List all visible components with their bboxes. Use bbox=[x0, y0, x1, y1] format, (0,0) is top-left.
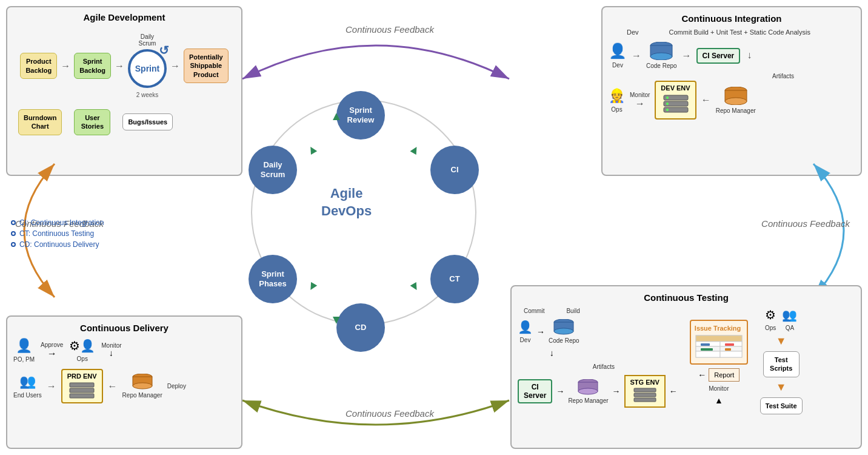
ct-code-repo-icon bbox=[553, 319, 575, 335]
sprint-backlog-box: Sprint Backlog bbox=[74, 53, 111, 79]
svg-point-29 bbox=[554, 328, 573, 334]
stg-env-box: STG ENV bbox=[624, 375, 666, 408]
code-repo-label: Code Repo bbox=[646, 62, 677, 69]
issue-tracking-graphic bbox=[695, 334, 743, 359]
ct-box: Continuous Testing Commit Build 👤 Dev → bbox=[510, 285, 862, 449]
ct-ops-label: Ops bbox=[765, 325, 776, 331]
ct-qa-icon: 👥 bbox=[782, 308, 797, 322]
prd-env-box: PRD ENV bbox=[61, 369, 103, 403]
bugs-issues-box: Bugs/Issues bbox=[122, 113, 173, 130]
svg-point-11 bbox=[725, 98, 747, 105]
arrow-up-ct: ▲ bbox=[715, 396, 723, 405]
ct-ci-server-box: CI Server bbox=[518, 379, 552, 403]
prd-server-icon bbox=[68, 382, 95, 399]
legend-ct: CT: Continuous Testing bbox=[11, 229, 104, 238]
agile-dev-title: Agile Development bbox=[12, 12, 236, 22]
ct-commit-lbl: Commit bbox=[524, 308, 544, 314]
svg-rect-35 bbox=[634, 398, 656, 402]
legend-ct-bullet bbox=[11, 231, 16, 236]
issue-tracking-box: Issue Tracking bbox=[690, 320, 748, 365]
dev-env-box: DEV ENV bbox=[655, 81, 696, 120]
svg-rect-43 bbox=[720, 351, 742, 357]
burndown-chart-box: Burndown Chart bbox=[18, 109, 62, 135]
ops-cd-icon: ⚙👤 bbox=[69, 339, 95, 353]
potentially-shippable-box: Potentially Shippable Product bbox=[184, 49, 229, 83]
feedback-bottom-label: Continuous Feedback bbox=[346, 408, 434, 419]
dev-label: Dev bbox=[612, 62, 623, 69]
test-scripts-box: Test Scripts bbox=[763, 351, 800, 377]
ct-qa-label: QA bbox=[786, 325, 794, 331]
ct-ops-icon: ⚙ bbox=[765, 308, 776, 322]
green-arrow-6: ▲ bbox=[330, 314, 342, 328]
svg-rect-44 bbox=[701, 343, 710, 346]
daily-scrum-label: Daily Scrum bbox=[139, 33, 156, 47]
arrow-eu-prd: → bbox=[47, 381, 56, 392]
legend-ci-bullet bbox=[11, 220, 16, 225]
svg-point-6 bbox=[666, 96, 669, 99]
repo-manager-cd-label: Repo Manager bbox=[122, 392, 162, 399]
arrow-repo-env: ← bbox=[701, 95, 711, 106]
svg-rect-46 bbox=[701, 348, 713, 351]
green-arrow-5: ▲ bbox=[330, 109, 342, 123]
legend-cd-bullet bbox=[11, 242, 16, 247]
arrow-3: → bbox=[169, 61, 181, 72]
po-pm-icon: 👤 bbox=[16, 338, 32, 354]
arrow-monitor-cd: → bbox=[107, 349, 116, 358]
arrow-2: → bbox=[113, 61, 125, 72]
sprint-arrow-icon: ↺ bbox=[159, 43, 169, 58]
report-box: Report bbox=[709, 368, 739, 382]
code-repo-icon bbox=[649, 42, 673, 60]
arrow-down-suite: ▼ bbox=[776, 381, 787, 394]
ops-label: Ops bbox=[611, 106, 622, 113]
feedback-top-label: Continuous Feedback bbox=[346, 24, 434, 35]
ci-box: Continuous Integration Dev Commit Build … bbox=[601, 6, 862, 176]
arrow-dev-repo: → bbox=[632, 50, 641, 61]
svg-rect-47 bbox=[725, 348, 731, 351]
arrow-down-test: ▼ bbox=[776, 335, 787, 348]
svg-point-2 bbox=[650, 53, 672, 60]
arrow-ci-down: → bbox=[744, 51, 755, 61]
ct-title: Continuous Testing bbox=[518, 292, 855, 303]
svg-rect-45 bbox=[725, 343, 734, 346]
svg-point-8 bbox=[666, 109, 669, 111]
feedback-arrow-right-svg bbox=[789, 158, 862, 303]
legend-ci: CI: Continuous Integration bbox=[11, 218, 104, 227]
monitor-ct-label: Monitor bbox=[709, 385, 729, 392]
arrow-report: ← bbox=[698, 370, 706, 380]
repo-manager-cd-icon bbox=[132, 374, 153, 389]
legend-cd-text: CD: Continuous Delivery bbox=[19, 240, 99, 249]
ct-build-lbl: Build bbox=[566, 308, 579, 314]
artifacts-label: Artifacts bbox=[772, 73, 794, 79]
node-sprint-phases: Sprint Phases bbox=[249, 255, 297, 303]
approve-label: Approve bbox=[41, 342, 63, 348]
arrow-stg-left: ← bbox=[669, 386, 678, 396]
monitor-label: Monitor bbox=[630, 92, 650, 98]
node-sprint-review: Sprint Review bbox=[336, 91, 385, 140]
center-area: Agile DevOps Sprint Review CI CT CD Spri… bbox=[236, 73, 491, 364]
repo-manager-label: Repo Manager bbox=[716, 107, 756, 114]
legend-cd: CD: Continuous Delivery bbox=[11, 240, 104, 249]
feedback-right-label: Continuous Feedback bbox=[761, 218, 850, 229]
svg-rect-23 bbox=[70, 394, 94, 398]
legend-ci-text: CI: Continuous Integration bbox=[19, 218, 104, 227]
monitor-cd-label: Monitor bbox=[101, 342, 121, 349]
ct-dev-label: Dev bbox=[520, 337, 531, 343]
po-pm-label: PO, PM bbox=[13, 356, 35, 363]
ct-repo-manager-icon bbox=[577, 379, 599, 395]
ct-dev-icon: 👤 bbox=[518, 320, 533, 334]
svg-point-32 bbox=[578, 388, 598, 394]
arrow-1: → bbox=[59, 61, 72, 72]
svg-point-7 bbox=[666, 103, 669, 105]
test-suite-box: Test Suite bbox=[760, 397, 803, 414]
repo-manager-icon bbox=[724, 87, 748, 105]
feedback-arrow-top-svg bbox=[230, 30, 521, 91]
sprint-circle: Sprint ↺ bbox=[128, 49, 167, 88]
dev-server-icon bbox=[663, 94, 689, 115]
legend-ct-text: CT: Continuous Testing bbox=[19, 229, 94, 238]
main-diagram: Agile Development Product Backlog → Spri… bbox=[0, 0, 868, 455]
node-cd: CD bbox=[336, 303, 385, 352]
svg-rect-21 bbox=[70, 383, 94, 387]
ct-artifacts-label: Artifacts bbox=[518, 363, 678, 370]
svg-rect-42 bbox=[696, 351, 720, 357]
ci-commit-label: Dev bbox=[627, 29, 639, 36]
